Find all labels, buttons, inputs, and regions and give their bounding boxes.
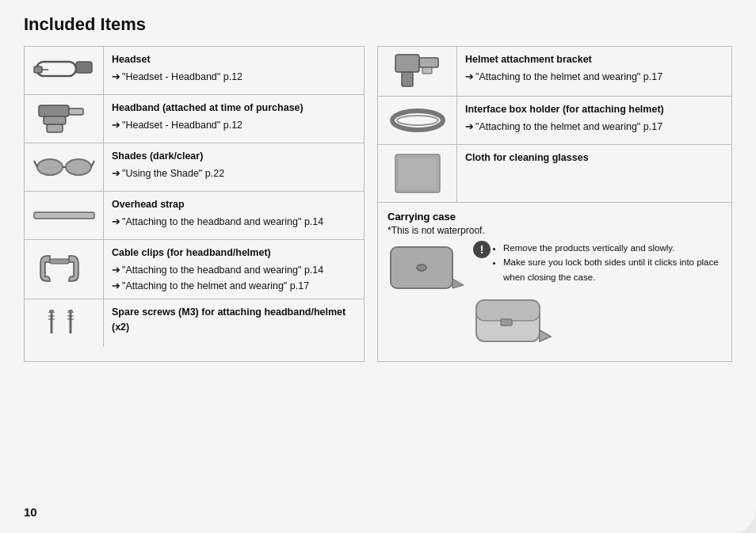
shades-image <box>25 143 104 191</box>
headset-title: Headset <box>112 52 356 67</box>
clips-title: Cable clips (for headband/helmet) <box>112 246 356 261</box>
headband-image <box>25 95 104 143</box>
shades-icon <box>32 153 96 181</box>
strap-image <box>25 192 104 239</box>
headset-link: ➔"Headset - Headband" p.12 <box>112 69 356 85</box>
table-row: Carrying case *This is not waterproof. <box>378 203 731 361</box>
table-row: Headset ➔"Headset - Headband" p.12 <box>25 47 364 95</box>
holder-icon <box>389 107 446 134</box>
bracket-text: Helmet attachment bracket ➔"Attaching to… <box>457 47 731 96</box>
svg-rect-2 <box>34 67 42 73</box>
table-row: Cloth for cleaning glasses <box>378 145 731 203</box>
right-table: Helmet attachment bracket ➔"Attaching to… <box>377 46 732 362</box>
bullet-list: Remove the products vertically and slowl… <box>503 241 722 284</box>
bullet-2: Make sure you lock both sides until it c… <box>503 255 722 284</box>
cloth-icon <box>389 150 446 197</box>
svg-point-32 <box>417 265 426 271</box>
svg-point-8 <box>37 159 63 175</box>
table-row: Shades (dark/clear) ➔"Using the Shade" p… <box>25 143 364 192</box>
warning-section: ! Remove the products vertically and slo… <box>473 241 722 284</box>
headband-icon <box>32 101 96 137</box>
headset-text: Headset ➔"Headset - Headband" p.12 <box>104 47 364 94</box>
svg-rect-5 <box>44 116 66 124</box>
bracket-link: ➔"Attaching to the helmet and wearing" p… <box>465 69 724 85</box>
headband-text: Headband (attached at time of purchase) … <box>104 95 364 143</box>
shades-link: ➔"Using the Shade" p.22 <box>112 166 356 181</box>
svg-point-9 <box>66 159 91 175</box>
table-row: Spare screws (M3) for attaching headband… <box>25 299 364 347</box>
shades-text: Shades (dark/clear) ➔"Using the Shade" p… <box>104 143 364 191</box>
bracket-title: Helmet attachment bracket <box>465 52 724 67</box>
svg-rect-1 <box>76 62 92 73</box>
svg-line-12 <box>91 161 94 167</box>
holder-title: Interface box holder (for attaching helm… <box>465 102 724 117</box>
page-title: Included Items <box>24 14 732 35</box>
bracket-image <box>378 47 457 96</box>
svg-rect-23 <box>395 55 419 72</box>
svg-rect-26 <box>422 67 432 74</box>
table-row: Overhead strap ➔"Attaching to the headba… <box>25 192 364 240</box>
carrying-case-title: Carrying case <box>388 211 722 223</box>
cloth-title: Cloth for cleaning glasses <box>465 150 724 166</box>
headset-icon <box>32 55 96 86</box>
clips-text: Cable clips (for headband/helmet) ➔"Atta… <box>104 240 364 299</box>
svg-rect-30 <box>399 158 437 189</box>
screws-title: Spare screws (M3) for attaching headband… <box>112 305 356 335</box>
svg-marker-16 <box>48 310 55 313</box>
svg-rect-35 <box>476 300 540 321</box>
carrying-case-body: ! Remove the products vertically and slo… <box>388 241 722 350</box>
svg-rect-36 <box>501 319 512 326</box>
case-closeup-icon <box>473 292 560 348</box>
holder-image <box>378 97 457 144</box>
carrying-case-note: *This is not waterproof. <box>388 225 722 236</box>
carrying-case-icon <box>388 241 467 296</box>
svg-marker-37 <box>540 330 551 341</box>
strap-link: ➔"Attaching to the headband and wearing"… <box>112 214 356 230</box>
headband-link: ➔"Headset - Headband" p.12 <box>112 117 356 133</box>
holder-text: Interface box holder (for attaching helm… <box>457 97 731 144</box>
cloth-text: Cloth for cleaning glasses <box>457 145 731 202</box>
content-area: Headset ➔"Headset - Headband" p.12 Headb… <box>24 46 732 362</box>
svg-rect-13 <box>34 212 94 219</box>
table-row: Interface box holder (for attaching helm… <box>378 97 731 145</box>
svg-rect-14 <box>50 259 69 264</box>
table-row: Helmet attachment bracket ➔"Attaching to… <box>378 47 731 97</box>
strap-icon <box>32 207 96 223</box>
svg-line-11 <box>34 161 37 167</box>
svg-rect-4 <box>39 105 69 116</box>
clips-link2: ➔"Attaching to the helmet and wearing" p… <box>112 278 356 294</box>
svg-rect-6 <box>47 124 63 132</box>
carrying-case-details: ! Remove the products vertically and slo… <box>473 241 722 350</box>
screws-image <box>25 299 104 347</box>
svg-rect-7 <box>69 109 83 115</box>
svg-point-27 <box>392 111 443 130</box>
page-container: Included Items Headset ➔"Headset - Headb… <box>0 0 756 533</box>
clips-link1: ➔"Attaching to the headband and wearing"… <box>112 262 356 278</box>
svg-rect-25 <box>419 58 438 67</box>
clips-icon <box>32 251 96 287</box>
headband-title: Headband (attached at time of purchase) <box>112 101 356 116</box>
headset-image <box>25 47 104 94</box>
table-row: Cable clips (for headband/helmet) ➔"Atta… <box>25 240 364 299</box>
svg-rect-24 <box>402 72 413 86</box>
page-number: 10 <box>24 505 37 519</box>
svg-marker-33 <box>452 279 464 288</box>
screws-icon <box>32 308 96 338</box>
strap-text: Overhead strap ➔"Attaching to the headba… <box>104 192 364 239</box>
clips-image <box>25 240 104 299</box>
svg-point-28 <box>397 116 438 125</box>
screws-text: Spare screws (M3) for attaching headband… <box>104 299 364 347</box>
holder-link: ➔"Attaching to the helmet and wearing" p… <box>465 119 724 135</box>
strap-title: Overhead strap <box>112 197 356 212</box>
table-row: Headband (attached at time of purchase) … <box>25 95 364 143</box>
cloth-image <box>378 145 457 202</box>
svg-marker-20 <box>67 310 74 313</box>
bullet-1: Remove the products vertically and slowl… <box>503 241 722 255</box>
bracket-icon <box>389 51 446 91</box>
shades-title: Shades (dark/clear) <box>112 149 356 164</box>
carrying-case-content: Carrying case *This is not waterproof. <box>378 203 731 358</box>
left-table: Headset ➔"Headset - Headband" p.12 Headb… <box>24 46 365 362</box>
warning-icon: ! <box>473 241 491 258</box>
